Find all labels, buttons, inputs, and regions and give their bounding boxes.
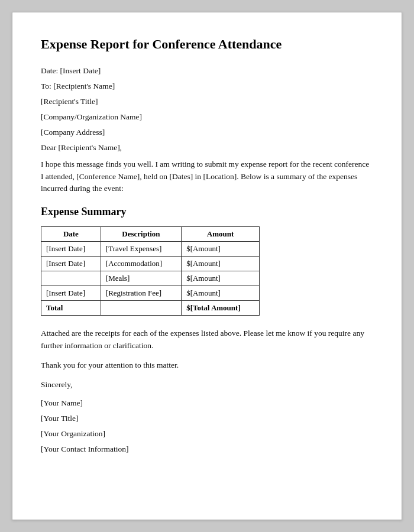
company-address: [Company Address]: [41, 128, 373, 137]
col-header-amount: Amount: [182, 227, 260, 242]
to-line: To: [Recipient's Name]: [41, 82, 373, 91]
total-label: Total: [41, 301, 101, 316]
row2-description: [Accommodation]: [101, 257, 181, 271]
salutation: Dear [Recipient's Name],: [41, 143, 373, 153]
row4-date: [Insert Date]: [41, 286, 101, 301]
body-paragraph: I hope this message finds you well. I am…: [41, 158, 373, 196]
table-row: [Insert Date] [Accommodation] $[Amount]: [41, 257, 260, 271]
total-row: Total $[Total Amount]: [41, 301, 260, 316]
row4-description: [Registration Fee]: [101, 286, 181, 301]
your-title: [Your Title]: [41, 414, 373, 423]
expense-table: Date Description Amount [Insert Date] [T…: [41, 226, 260, 316]
table-row: [Insert Date] [Registration Fee] $[Amoun…: [41, 286, 260, 301]
row3-description: [Meals]: [101, 271, 181, 286]
document-title: Expense Report for Conference Attendance: [41, 36, 373, 53]
row1-date: [Insert Date]: [41, 242, 101, 257]
table-row: [Meals] $[Amount]: [41, 271, 260, 286]
date-line: Date: [Insert Date]: [41, 66, 373, 76]
recipient-title: [Recipient's Title]: [41, 97, 373, 106]
col-header-date: Date: [41, 227, 101, 242]
sincerely: Sincerely,: [41, 379, 373, 391]
attached-text: Attached are the receipts for each of th…: [41, 327, 373, 352]
row3-date: [41, 271, 101, 286]
your-contact: [Your Contact Information]: [41, 445, 373, 454]
total-amount: $[Total Amount]: [182, 301, 260, 316]
row1-description: [Travel Expenses]: [101, 242, 181, 257]
your-name: [Your Name]: [41, 398, 373, 408]
row4-amount: $[Amount]: [182, 286, 260, 301]
section-heading: Expense Summary: [41, 206, 373, 218]
col-header-description: Description: [101, 227, 181, 242]
table-row: [Insert Date] [Travel Expenses] $[Amount…: [41, 242, 260, 257]
company-name: [Company/Organization Name]: [41, 112, 373, 122]
your-org: [Your Organization]: [41, 429, 373, 439]
document: Expense Report for Conference Attendance…: [12, 12, 402, 520]
row2-amount: $[Amount]: [182, 257, 260, 271]
row2-date: [Insert Date]: [41, 257, 101, 271]
thank-you-text: Thank you for your attention to this mat…: [41, 359, 373, 372]
row3-amount: $[Amount]: [182, 271, 260, 286]
row1-amount: $[Amount]: [182, 242, 260, 257]
total-empty: [101, 301, 181, 316]
